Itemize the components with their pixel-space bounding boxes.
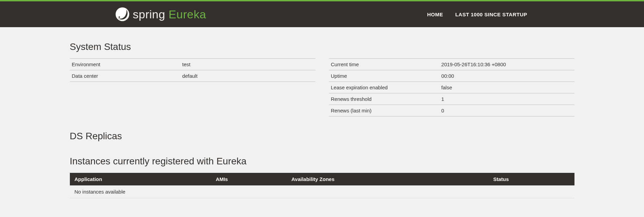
current-time-label: Current time	[329, 59, 440, 70]
nav-last1000-link[interactable]: LAST 1000 SINCE STARTUP	[455, 12, 527, 17]
datacenter-row: Data center default	[70, 70, 315, 82]
main-container: System Status Environment test Data cent…	[64, 41, 580, 198]
spring-logo-icon	[115, 7, 130, 21]
lease-value: false	[439, 82, 574, 93]
status-left-col: Environment test Data center default	[70, 58, 315, 116]
brand-eureka-text: Eureka	[169, 8, 206, 21]
nav-links: HOME LAST 1000 SINCE STARTUP	[427, 12, 527, 17]
instances-header-row: Application AMIs Availability Zones Stat…	[70, 173, 574, 185]
renews-threshold-label: Renews threshold	[329, 93, 440, 105]
brand[interactable]: spring Eureka	[115, 7, 206, 21]
instances-empty-row: No instances available	[70, 185, 574, 198]
col-status: Status	[489, 173, 574, 185]
instances-heading: Instances currently registered with Eure…	[70, 156, 574, 167]
navbar-inner: spring Eureka HOME LAST 1000 SINCE START…	[68, 7, 577, 21]
renews-threshold-value: 1	[439, 93, 574, 105]
navbar: spring Eureka HOME LAST 1000 SINCE START…	[0, 1, 644, 27]
brand-text: spring Eureka	[133, 8, 206, 21]
renews-lastmin-row: Renews (last min) 0	[329, 105, 574, 116]
brand-spring-text: spring	[133, 8, 165, 21]
col-application: Application	[70, 173, 211, 185]
instances-empty-message: No instances available	[70, 185, 574, 198]
renews-lastmin-value: 0	[439, 105, 574, 116]
status-left-table: Environment test Data center default	[70, 58, 315, 82]
datacenter-label: Data center	[70, 70, 180, 82]
environment-row: Environment test	[70, 59, 315, 70]
datacenter-value: default	[180, 70, 315, 82]
uptime-label: Uptime	[329, 70, 440, 82]
status-grid: Environment test Data center default Cur…	[70, 58, 574, 116]
instances-table: Application AMIs Availability Zones Stat…	[70, 173, 574, 198]
environment-label: Environment	[70, 59, 180, 70]
ds-replicas-heading: DS Replicas	[70, 131, 574, 142]
status-right-col: Current time 2019-05-26T16:10:36 +0800 U…	[329, 58, 574, 116]
status-right-table: Current time 2019-05-26T16:10:36 +0800 U…	[329, 58, 574, 116]
col-amis: AMIs	[211, 173, 287, 185]
current-time-value: 2019-05-26T16:10:36 +0800	[439, 59, 574, 70]
system-status-heading: System Status	[70, 41, 574, 52]
uptime-value: 00:00	[439, 70, 574, 82]
renews-lastmin-label: Renews (last min)	[329, 105, 440, 116]
uptime-row: Uptime 00:00	[329, 70, 574, 82]
svg-point-1	[118, 16, 120, 18]
nav-home-link[interactable]: HOME	[427, 12, 443, 17]
col-zones: Availability Zones	[287, 173, 488, 185]
lease-row: Lease expiration enabled false	[329, 82, 574, 93]
renews-threshold-row: Renews threshold 1	[329, 93, 574, 105]
environment-value: test	[180, 59, 315, 70]
lease-label: Lease expiration enabled	[329, 82, 440, 93]
current-time-row: Current time 2019-05-26T16:10:36 +0800	[329, 59, 574, 70]
